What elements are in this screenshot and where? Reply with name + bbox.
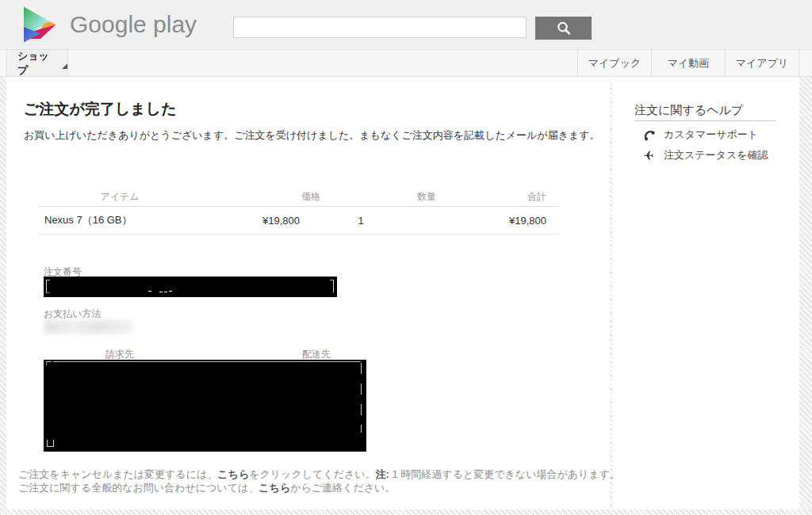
nav-item-my-books[interactable]: マイブック <box>577 50 651 76</box>
text-segment: 1 時間経過すると変更できない場合があります。 <box>389 468 620 480</box>
search-button[interactable] <box>535 17 592 40</box>
search-input[interactable] <box>233 17 527 38</box>
nav-item-my-apps[interactable]: マイアプリ <box>725 50 799 76</box>
airplane-icon: ✈ <box>641 148 657 162</box>
header: Google play <box>0 0 812 50</box>
search-icon <box>555 20 573 37</box>
col-header-price: 価格 <box>236 190 325 204</box>
left-edge-stripe <box>0 77 6 509</box>
text-segment: 注: <box>376 468 389 480</box>
col-header-qty: 数量 <box>325 190 444 204</box>
cancel-change-note: ご注文をキャンセルまたは変更するには、こちらをクリックしてください。注: 1 時… <box>18 467 620 481</box>
brand-text: Google play <box>70 11 197 38</box>
bottom-edge-stripe <box>0 509 812 515</box>
shop-tab-label: ショップ <box>17 49 55 78</box>
sidebar-heading: 注文に関するヘルプ <box>634 103 743 118</box>
sidebar-link-label: カスタマーサポート <box>664 128 758 142</box>
cell-total: ¥19,800 <box>444 215 559 227</box>
payment-method-label: お支払い方法 <box>44 307 102 321</box>
redacted-order-number <box>44 277 337 297</box>
nav-bar: ショップ ◢ マイブック マイ動画 マイアプリ <box>0 50 812 77</box>
text-segment: ご注文をキャンセルまたは変更するには、 <box>18 468 217 480</box>
redaction-artifact <box>46 361 52 365</box>
text-segment: ご注文に関する全般的なお問い合わせについては、 <box>18 482 259 494</box>
payment-method-blurred-value <box>44 320 133 334</box>
redaction-artifact <box>361 363 362 433</box>
cell-qty: 1 <box>325 215 444 227</box>
text-segment: からご連絡ください。 <box>290 482 395 494</box>
inline-link[interactable]: こちら <box>217 468 249 480</box>
phone-icon <box>641 128 657 142</box>
shop-tab[interactable]: ショップ ◢ <box>6 50 68 76</box>
redacted-address-block <box>44 360 366 452</box>
google-play-order-complete-page: Google play ショップ ◢ マイブック マイ動画 マイアプリ ご注文が… <box>0 0 812 515</box>
cell-item: Nexus 7（16 GB） <box>38 213 236 227</box>
table-header-row: アイテム 価格 数量 合計 <box>38 188 559 207</box>
redaction-artifact <box>46 280 50 293</box>
dropdown-caret-icon: ◢ <box>62 63 67 70</box>
page-title: ご注文が完了しました <box>24 99 177 120</box>
general-inquiry-note: ご注文に関する全般的なお問い合わせについては、こちらからご連絡ください。 <box>18 481 395 494</box>
col-header-item: アイテム <box>38 190 236 204</box>
redaction-artifact <box>330 280 334 292</box>
intro-text: お買い上げいただきありがとうございます。ご注文を受け付けました。まもなくご注文内… <box>24 128 600 143</box>
play-triangle-icon <box>22 6 59 44</box>
inline-link[interactable]: こちら <box>259 482 290 494</box>
col-header-total: 合計 <box>444 190 559 204</box>
sidebar-heading-rule <box>634 120 776 121</box>
content-sidebar-divider <box>610 77 612 509</box>
redaction-artifact <box>148 291 151 292</box>
redaction-artifact <box>47 440 54 447</box>
nav-right-items: マイブック マイ動画 マイアプリ <box>577 50 799 76</box>
cell-price: ¥19,800 <box>236 215 325 227</box>
nav-item-my-movies[interactable]: マイ動画 <box>651 50 725 76</box>
sidebar-link-order-status[interactable]: ✈ 注文ステータスを確認 <box>641 148 768 162</box>
redaction-artifact <box>53 361 361 362</box>
right-edge-stripe <box>799 77 812 509</box>
table-row: Nexus 7（16 GB） ¥19,800 1 ¥19,800 <box>38 207 559 235</box>
sidebar-link-label: 注文ステータスを確認 <box>664 148 768 162</box>
text-segment: をクリックしてください。 <box>249 468 375 480</box>
order-summary-table: アイテム 価格 数量 合計 Nexus 7（16 GB） ¥19,800 1 ¥… <box>38 188 559 235</box>
google-play-logo[interactable]: Google play <box>22 6 197 44</box>
sidebar-link-customer-support[interactable]: カスタマーサポート <box>641 128 758 142</box>
